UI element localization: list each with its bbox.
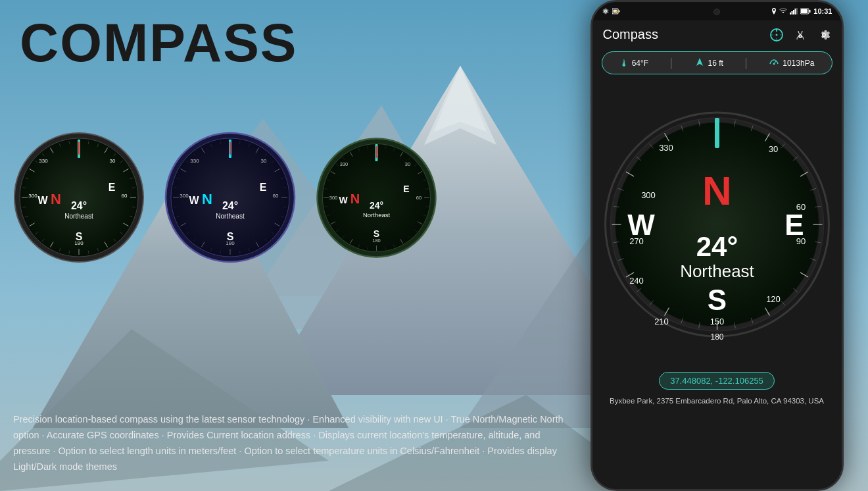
network-status-icon: [790, 8, 798, 14]
svg-rect-174: [795, 9, 796, 14]
svg-text:Northeast: Northeast: [363, 211, 391, 219]
signal-status-icon: [779, 8, 787, 14]
svg-rect-56: [78, 142, 80, 155]
compass-showcase: 0 30 60 180 300 330 N E W S 24° Northeas…: [13, 132, 437, 263]
svg-point-180: [775, 34, 777, 36]
compass-widget-2: 0 30 60 180 300 330 N E W S 24° Northeas…: [164, 132, 296, 263]
header-actions: [769, 28, 831, 42]
battery-status-icon: [800, 8, 811, 14]
svg-text:S: S: [374, 228, 379, 239]
svg-text:S: S: [227, 231, 234, 242]
svg-text:60: 60: [273, 193, 279, 199]
svg-text:W: W: [189, 195, 199, 206]
location-address: Byxbee Park, 2375 Embarcadero Rd, Palo A…: [592, 392, 842, 409]
svg-text:W: W: [37, 195, 48, 206]
svg-text:W: W: [339, 195, 348, 205]
svg-text:E: E: [260, 182, 267, 193]
svg-text:S: S: [76, 231, 83, 242]
svg-rect-171: [790, 13, 791, 14]
altitude-icon: [694, 57, 705, 69]
svg-text:⚡: ⚡: [614, 9, 619, 14]
svg-text:150: 150: [710, 317, 724, 326]
battery-charging-icon: ⚡: [612, 8, 620, 14]
svg-text:Northeast: Northeast: [680, 261, 754, 281]
svg-text:240: 240: [629, 276, 644, 286]
svg-rect-172: [792, 11, 793, 14]
signal-waves-icon[interactable]: [793, 28, 808, 42]
svg-text:300: 300: [28, 193, 37, 199]
svg-text:N: N: [202, 191, 212, 207]
svg-text:30: 30: [405, 161, 410, 167]
svg-text:W: W: [627, 209, 655, 241]
status-left: ⚡: [602, 7, 620, 15]
svg-text:E: E: [403, 184, 409, 194]
svg-rect-178: [809, 10, 811, 13]
phone-app-content: Compass: [592, 20, 842, 489]
svg-text:330: 330: [340, 161, 349, 167]
svg-text:Northeast: Northeast: [216, 213, 245, 220]
svg-rect-160: [376, 146, 377, 158]
app-description: Precision location-based compass using t…: [13, 412, 566, 475]
svg-text:300: 300: [180, 193, 189, 199]
svg-text:30: 30: [768, 144, 777, 154]
compass-widget-1: 0 30 60 180 300 330 N E W S 24° Northeas…: [13, 132, 145, 263]
svg-text:120: 120: [766, 294, 781, 304]
svg-text:330: 330: [39, 158, 48, 164]
svg-text:180: 180: [710, 332, 723, 342]
svg-text:24°: 24°: [370, 200, 383, 211]
svg-point-188: [773, 63, 775, 65]
app-header: Compass: [592, 20, 842, 49]
svg-rect-108: [229, 142, 231, 155]
settings-status-icon: [602, 7, 610, 15]
compass-widget-3: 0 30 60 180 300 330 N E W S 24° Northeas…: [316, 137, 437, 259]
pressure-icon: [769, 57, 779, 68]
svg-text:N: N: [51, 191, 61, 207]
phone-mockup: ⚡: [579, 0, 855, 491]
status-right: 10:31: [771, 7, 832, 15]
phone-compass-display: 0 30 60 90 120 150 180 210 240 270 300 3…: [600, 80, 834, 369]
svg-text:Northeast: Northeast: [64, 213, 93, 220]
svg-rect-177: [801, 9, 808, 13]
compass-nav-icon[interactable]: [769, 28, 784, 42]
phone-notch: [674, 2, 760, 20]
sensor-info-bar: 🌡 64°F | 16 ft | 1013hPa: [602, 51, 832, 74]
svg-text:330: 330: [190, 158, 199, 164]
svg-text:60: 60: [416, 195, 422, 201]
svg-text:24°: 24°: [696, 231, 738, 262]
altitude-reading: 16 ft: [694, 57, 723, 69]
settings-gear-icon[interactable]: [817, 28, 831, 42]
location-status-icon: [771, 8, 777, 14]
svg-text:60: 60: [122, 193, 128, 199]
svg-rect-169: [618, 11, 619, 13]
svg-text:330: 330: [659, 143, 673, 153]
svg-text:300: 300: [641, 190, 656, 200]
pressure-reading: 1013hPa: [769, 57, 814, 68]
thermometer-icon: 🌡: [619, 58, 629, 68]
svg-rect-173: [793, 10, 794, 14]
svg-text:24°: 24°: [222, 200, 238, 211]
temperature-reading: 🌡 64°F: [619, 58, 648, 68]
front-camera: [713, 9, 720, 15]
svg-text:30: 30: [261, 158, 267, 164]
svg-text:24°: 24°: [71, 200, 87, 211]
svg-marker-186: [696, 58, 703, 66]
gps-coords: 37.448082, -122.106255: [659, 372, 775, 390]
svg-rect-175: [796, 8, 798, 14]
svg-rect-240: [715, 118, 719, 148]
app-title: COMPASS: [20, 12, 298, 74]
svg-text:S: S: [707, 284, 726, 316]
status-time: 10:31: [813, 7, 832, 15]
svg-text:E: E: [784, 209, 804, 241]
svg-text:E: E: [108, 182, 116, 193]
svg-text:N: N: [350, 192, 360, 206]
svg-text:210: 210: [654, 317, 669, 326]
app-name: Compass: [603, 27, 658, 42]
svg-text:300: 300: [329, 195, 338, 201]
svg-text:N: N: [702, 168, 732, 213]
phone-body: ⚡: [591, 0, 844, 491]
svg-text:30: 30: [110, 158, 116, 164]
